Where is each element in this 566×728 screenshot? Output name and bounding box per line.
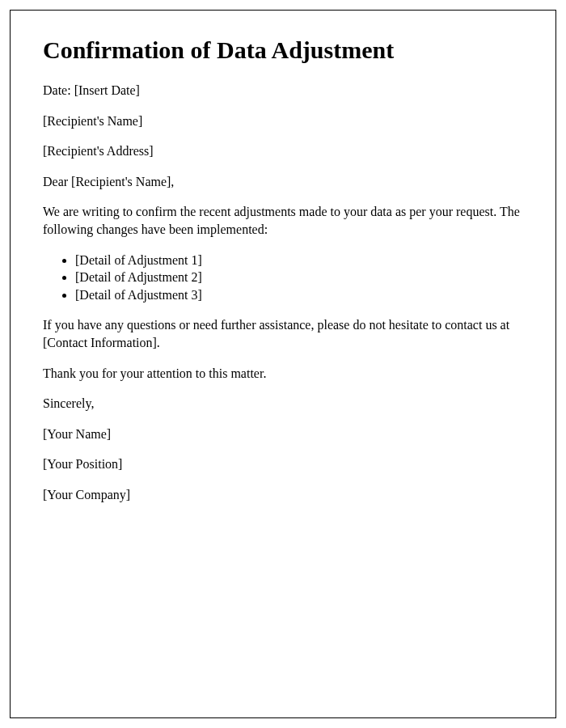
thank-you-line: Thank you for your attention to this mat… — [43, 365, 523, 383]
date-line: Date: [Insert Date] — [43, 82, 523, 99]
sender-company: [Your Company] — [43, 486, 523, 504]
list-item: [Detail of Adjustment 1] — [75, 252, 523, 269]
sender-position: [Your Position] — [43, 455, 523, 473]
closing-line: Sincerely, — [43, 395, 523, 413]
list-item: [Detail of Adjustment 2] — [75, 269, 523, 286]
recipient-name: [Recipient's Name] — [43, 112, 523, 130]
intro-paragraph: We are writing to confirm the recent adj… — [43, 203, 523, 238]
sender-name: [Your Name] — [43, 425, 523, 443]
adjustments-list: [Detail of Adjustment 1] [Detail of Adju… — [75, 252, 523, 304]
questions-paragraph: If you have any questions or need furthe… — [43, 316, 523, 351]
salutation: Dear [Recipient's Name], — [43, 173, 523, 191]
document-title: Confirmation of Data Adjustment — [43, 36, 523, 64]
list-item: [Detail of Adjustment 3] — [75, 286, 523, 304]
recipient-address: [Recipient's Address] — [43, 142, 523, 160]
document-page: Confirmation of Data Adjustment Date: [I… — [10, 10, 556, 718]
